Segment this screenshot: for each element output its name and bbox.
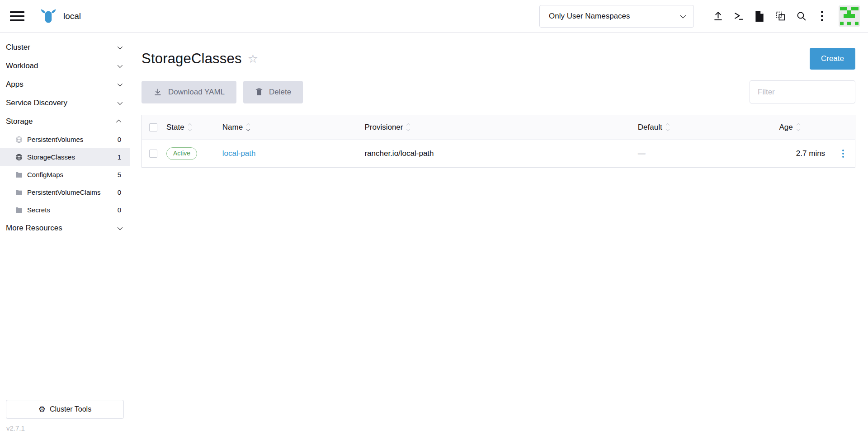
folder-icon [15, 172, 23, 178]
sidebar: Cluster Workload Apps Service Discovery … [0, 33, 130, 436]
sidebar-item-label: Cluster [6, 43, 30, 52]
sidebar-item-label: Secrets [27, 206, 50, 214]
sort-icon [797, 124, 800, 131]
column-header-name[interactable]: Name [222, 123, 250, 132]
column-header-age[interactable]: Age [779, 123, 799, 132]
rancher-logo-icon[interactable] [40, 9, 57, 23]
storageclasses-table: State Name Provisioner [142, 115, 855, 168]
sidebar-item-label: PersistentVolumes [27, 136, 83, 143]
cluster-name: local [63, 11, 81, 21]
sidebar-item-storageclasses[interactable]: StorageClasses 1 [0, 148, 130, 166]
sidebar-item-label: Storage [6, 117, 33, 126]
namespace-filter-select[interactable]: Only User Namespaces [539, 5, 694, 28]
row-actions-kebab-icon[interactable] [836, 150, 850, 158]
chevron-down-icon [118, 44, 123, 49]
chevron-down-icon [118, 62, 123, 67]
sidebar-item-label: StorageClasses [27, 153, 75, 161]
table-row: Active local-path rancher.io/local-path … [142, 140, 855, 167]
sort-icon-active [247, 124, 250, 131]
sort-icon [666, 124, 669, 131]
search-icon[interactable] [791, 6, 811, 27]
sidebar-item-label: ConfigMaps [27, 171, 63, 178]
column-header-state[interactable]: State [166, 123, 191, 132]
provisioner-cell: rancher.io/local-path [360, 140, 633, 167]
gear-icon: ⚙ [38, 405, 46, 413]
sidebar-item-label: Service Discovery [6, 98, 67, 108]
status-badge: Active [166, 147, 197, 160]
hamburger-menu-icon[interactable] [10, 11, 24, 21]
age-cell: 2.7 mins [774, 140, 831, 167]
sidebar-item-cluster[interactable]: Cluster [0, 38, 130, 56]
chevron-down-icon [118, 225, 123, 230]
sort-icon [407, 124, 410, 131]
sidebar-item-service-discovery[interactable]: Service Discovery [0, 94, 130, 112]
main-content: StorageClasses ☆ Create Download YAML De… [130, 33, 868, 436]
sidebar-item-workload[interactable]: Workload [0, 56, 130, 75]
folder-icon [15, 207, 23, 213]
namespace-filter-value: Only User Namespaces [549, 12, 630, 21]
user-avatar-identicon[interactable] [839, 5, 860, 27]
download-yaml-label: Download YAML [168, 88, 225, 97]
chevron-down-icon [680, 13, 686, 19]
column-header-provisioner[interactable]: Provisioner [364, 123, 410, 132]
column-header-default[interactable]: Default [638, 123, 669, 132]
sort-icon [189, 124, 191, 131]
cluster-tools-label: Cluster Tools [50, 405, 91, 413]
row-checkbox[interactable] [149, 150, 157, 158]
delete-label: Delete [269, 88, 291, 97]
select-all-checkbox[interactable] [149, 123, 157, 131]
create-button[interactable]: Create [810, 48, 855, 70]
table-header-row: State Name Provisioner [142, 115, 855, 140]
cluster-tools-button[interactable]: ⚙ Cluster Tools [6, 400, 124, 419]
sidebar-item-secrets[interactable]: Secrets 0 [0, 201, 130, 219]
chevron-down-icon [118, 81, 123, 86]
resource-count: 1 [118, 153, 121, 161]
download-yaml-button[interactable]: Download YAML [142, 81, 236, 103]
favorite-star-icon[interactable]: ☆ [248, 53, 258, 65]
sidebar-item-label: More Resources [6, 224, 62, 233]
sidebar-item-storage[interactable]: Storage [0, 112, 130, 131]
folder-icon [15, 189, 23, 196]
trash-icon [255, 88, 263, 96]
globe-icon [15, 136, 23, 143]
sidebar-item-label: Apps [6, 80, 24, 89]
page-title: StorageClasses [142, 51, 242, 67]
import-yaml-icon[interactable] [708, 6, 728, 27]
resource-count: 0 [118, 188, 121, 196]
download-icon [153, 88, 162, 97]
resource-count: 0 [118, 136, 121, 143]
kubectl-shell-icon[interactable] [728, 6, 749, 27]
sidebar-item-configmaps[interactable]: ConfigMaps 5 [0, 166, 130, 183]
default-cell: — [633, 140, 775, 167]
resource-count: 5 [118, 171, 121, 178]
sidebar-item-label: Workload [6, 61, 38, 70]
header-kebab-menu-icon[interactable] [811, 6, 832, 27]
version-label: v2.7.1 [6, 424, 124, 432]
sidebar-item-persistentvolumeclaims[interactable]: PersistentVolumeClaims 0 [0, 183, 130, 201]
filter-input[interactable] [750, 80, 855, 103]
view-yaml-file-icon[interactable] [749, 6, 770, 27]
sidebar-item-more-resources[interactable]: More Resources [0, 219, 130, 237]
resource-diff-icon[interactable] [770, 6, 791, 27]
chevron-down-icon [118, 99, 123, 104]
top-header: local Only User Namespaces [0, 0, 868, 33]
sidebar-item-persistentvolumes[interactable]: PersistentVolumes 0 [0, 131, 130, 148]
resource-count: 0 [118, 206, 121, 214]
globe-icon [15, 154, 23, 161]
sidebar-item-apps[interactable]: Apps [0, 75, 130, 94]
delete-button[interactable]: Delete [243, 81, 303, 103]
sidebar-item-label: PersistentVolumeClaims [27, 188, 101, 196]
chevron-up-icon [116, 119, 121, 124]
resource-name-link[interactable]: local-path [222, 149, 256, 158]
